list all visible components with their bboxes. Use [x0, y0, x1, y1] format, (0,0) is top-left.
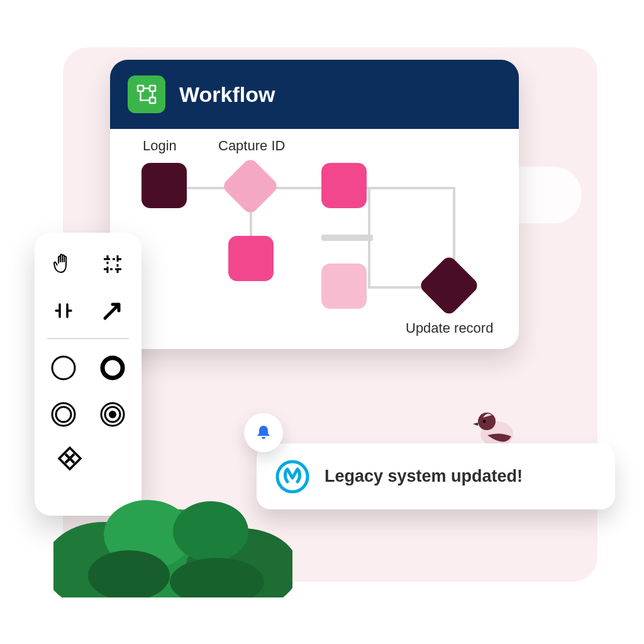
- svg-point-6: [56, 407, 71, 422]
- workflow-title: Workflow: [179, 82, 275, 107]
- split-icon[interactable]: [46, 293, 81, 328]
- placeholder-bar: [321, 235, 373, 241]
- circle-bold-icon[interactable]: [95, 350, 130, 386]
- svg-rect-0: [138, 86, 143, 91]
- svg-point-3: [52, 357, 75, 379]
- circle-target-icon[interactable]: [95, 397, 130, 432]
- circle-thin-icon[interactable]: [46, 350, 81, 386]
- mulesoft-icon: [274, 458, 311, 495]
- node-capture-id[interactable]: [221, 157, 279, 215]
- workflow-header: Workflow: [110, 60, 519, 129]
- svg-point-9: [109, 411, 116, 418]
- arrow-icon[interactable]: [95, 293, 130, 328]
- workflow-icon: [128, 75, 165, 113]
- tool-palette: [35, 233, 142, 516]
- notification-text: Legacy system updated!: [325, 467, 523, 486]
- node-step-2[interactable]: [321, 163, 367, 208]
- hand-icon[interactable]: [46, 247, 81, 282]
- palette-divider: [47, 338, 129, 339]
- svg-rect-1: [150, 86, 155, 91]
- node-label-capture-id: Capture ID: [218, 138, 285, 154]
- connector: [369, 187, 454, 189]
- node-label-update-record: Update record: [406, 320, 493, 336]
- bell-icon: [244, 413, 283, 452]
- node-step-1[interactable]: [228, 236, 274, 281]
- node-update-record[interactable]: [418, 255, 480, 317]
- diamond-x-icon[interactable]: [52, 441, 87, 476]
- node-label-login: Login: [143, 138, 177, 154]
- notification-card[interactable]: Legacy system updated!: [257, 443, 615, 509]
- node-login[interactable]: [142, 163, 187, 208]
- workflow-canvas[interactable]: Login Capture ID Update record: [110, 129, 519, 349]
- svg-point-4: [103, 358, 123, 378]
- workflow-card: Workflow Login Capture ID Update record: [110, 60, 519, 349]
- crop-icon[interactable]: [95, 247, 130, 282]
- svg-rect-2: [150, 97, 155, 103]
- node-step-3[interactable]: [321, 264, 367, 309]
- circle-double-icon[interactable]: [46, 397, 81, 432]
